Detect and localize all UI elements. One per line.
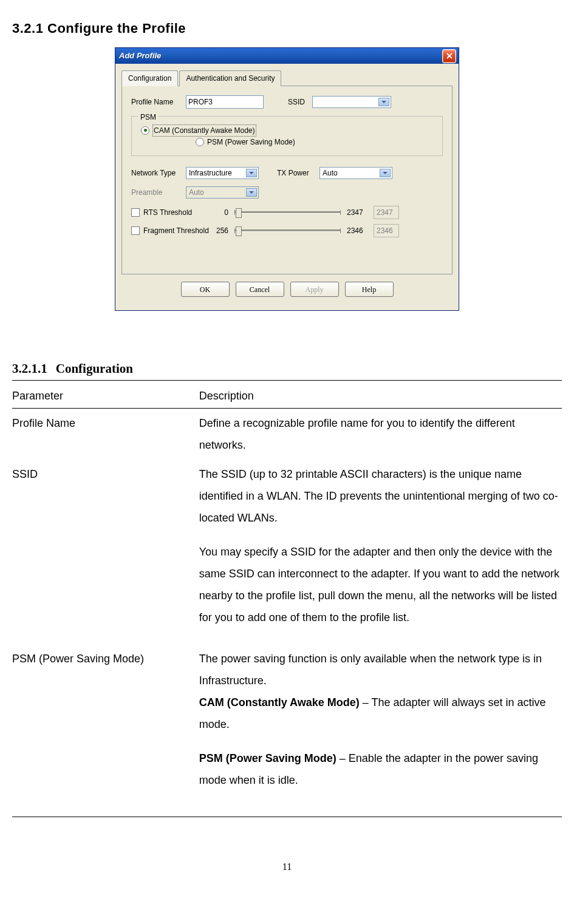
- rts-checkbox[interactable]: [131, 208, 140, 217]
- cancel-button[interactable]: Cancel: [236, 282, 284, 297]
- frag-min: 256: [210, 225, 228, 236]
- rts-max: 2347: [347, 207, 371, 218]
- col-parameter: Parameter: [12, 384, 199, 409]
- apply-button[interactable]: Apply: [290, 282, 339, 297]
- titlebar[interactable]: Add Profile: [115, 48, 459, 64]
- chevron-down-icon: [381, 101, 386, 106]
- tx-power-label: TX Power: [277, 168, 319, 178]
- cam-radio[interactable]: CAM (Constantly Awake Mode): [141, 124, 256, 137]
- network-type-select[interactable]: Infrastructure: [186, 167, 259, 179]
- chevron-down-icon: [249, 172, 254, 177]
- psm-legend: PSM: [138, 112, 159, 123]
- psm-group: PSM CAM (Constantly Awake Mode) PSM (Pow…: [131, 116, 443, 156]
- frag-max: 2346: [347, 225, 371, 236]
- psm-radio[interactable]: PSM (Power Saving Mode): [196, 137, 295, 148]
- chevron-down-icon: [383, 172, 388, 177]
- frag-slider[interactable]: [234, 229, 341, 232]
- window-title: Add Profile: [119, 50, 442, 62]
- col-description: Description: [199, 384, 562, 409]
- table-row: SSID The SSID (up to 32 printable ASCII …: [12, 460, 562, 644]
- page-number: 11: [12, 860, 562, 874]
- tx-power-select[interactable]: Auto: [319, 167, 392, 179]
- subsection-heading: 3.2.1.1Configuration: [12, 359, 562, 381]
- table-row: Profile Name Define a recognizable profi…: [12, 408, 562, 460]
- rts-min: 0: [210, 207, 228, 218]
- network-type-label: Network Type: [131, 168, 186, 178]
- rts-value: 2347: [374, 206, 399, 219]
- chevron-down-icon: [249, 191, 254, 196]
- add-profile-dialog: Add Profile Configuration Authentication…: [115, 47, 459, 311]
- rts-label: RTS Threshold: [143, 207, 210, 218]
- tab-auth-security[interactable]: Authentication and Security: [179, 70, 281, 86]
- ok-button[interactable]: OK: [181, 282, 230, 297]
- profile-name-input[interactable]: [186, 95, 264, 109]
- help-button[interactable]: Help: [345, 282, 394, 297]
- frag-value: 2346: [374, 224, 399, 237]
- ssid-select[interactable]: [312, 96, 391, 108]
- table-row: PSM (Power Saving Mode) The power saving…: [12, 644, 562, 817]
- profile-name-label: Profile Name: [131, 97, 186, 107]
- preamble-select: Auto: [186, 186, 259, 199]
- section-heading: 3.2.1 Configure the Profile: [12, 18, 562, 38]
- frag-label: Fragment Threshold: [143, 225, 210, 236]
- close-icon[interactable]: [442, 49, 456, 63]
- frag-checkbox[interactable]: [131, 226, 140, 235]
- preamble-label: Preamble: [131, 187, 186, 198]
- parameter-table: Parameter Description Profile Name Defin…: [12, 384, 562, 817]
- tab-configuration[interactable]: Configuration: [121, 70, 178, 86]
- rts-slider[interactable]: [234, 211, 341, 214]
- ssid-label: SSID: [288, 97, 312, 107]
